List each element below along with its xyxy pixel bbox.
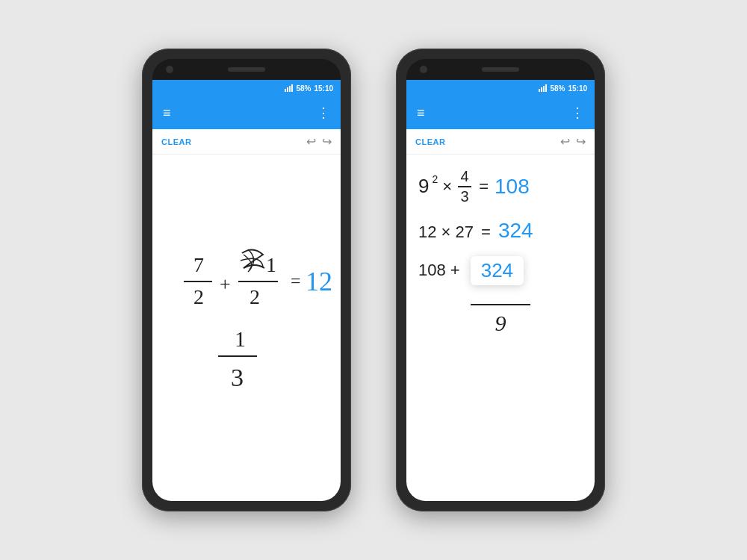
menu-icon-1[interactable]: ≡ (163, 105, 171, 121)
signal-icon-2 (539, 84, 547, 92)
action-bar-2: CLEAR ↩ ↪ (406, 129, 595, 155)
phone-1-screen: 58% 15:10 ≡ ⋮ CLEAR ↩ ↪ 7 2 + (152, 59, 341, 501)
phone-2: 58% 15:10 ≡ ⋮ CLEAR ↩ ↪ 9 2 × (396, 49, 605, 511)
speaker-icon-2 (482, 67, 519, 72)
bottom-fraction: 9 (418, 302, 583, 336)
svg-text:12: 12 (306, 267, 332, 296)
equals-2: = (481, 223, 491, 242)
canvas-area-1[interactable]: 7 2 + 1 2 = 12 1 (152, 155, 341, 501)
front-camera-icon (166, 66, 173, 73)
undo-redo-group-1: ↩ ↪ (306, 134, 332, 149)
phone-1-top-bar (152, 59, 341, 80)
share-icon-1[interactable]: ⋮ (317, 105, 330, 121)
undo-icon-2[interactable]: ↩ (560, 134, 570, 149)
fraction-4-3: 4 3 (458, 168, 471, 205)
svg-text:7: 7 (193, 253, 204, 276)
base-9: 9 (418, 175, 429, 198)
svg-text:1: 1 (266, 253, 276, 276)
math-line-3: 108 + 324 (418, 256, 583, 285)
undo-redo-group-2: ↩ ↪ (560, 134, 586, 149)
undo-icon-1[interactable]: ↩ (306, 134, 316, 149)
canvas-area-2[interactable]: 9 2 × 4 3 = 108 12 × 27 = 324 (406, 155, 595, 501)
time-text-2: 15:10 (568, 84, 587, 93)
share-icon-2[interactable]: ⋮ (571, 105, 584, 121)
svg-text:1: 1 (235, 326, 246, 351)
svg-text:2: 2 (249, 285, 260, 308)
frac-num: 4 (461, 168, 469, 185)
svg-text:2: 2 (193, 285, 204, 308)
phone-2-screen: 58% 15:10 ≡ ⋮ CLEAR ↩ ↪ 9 2 × (406, 59, 595, 501)
svg-text:=: = (291, 271, 301, 290)
phone-1: 58% 15:10 ≡ ⋮ CLEAR ↩ ↪ 7 2 + (142, 49, 351, 511)
redo-icon-2[interactable]: ↪ (576, 134, 586, 149)
action-bar-1: CLEAR ↩ ↪ (152, 129, 341, 155)
toolbar-1: ≡ ⋮ (152, 96, 341, 129)
math-line-2: 12 × 27 = 324 (418, 219, 583, 243)
expr-108plus: 108 + (418, 261, 460, 280)
clear-button-2[interactable]: CLEAR (415, 137, 445, 146)
battery-text-2: 58% (550, 84, 565, 93)
expr-12x27: 12 × 27 (418, 223, 474, 242)
time-text-1: 15:10 (314, 84, 333, 93)
toolbar-2: ≡ ⋮ (406, 96, 595, 129)
speaker-icon (228, 67, 265, 72)
clear-button-1[interactable]: CLEAR (161, 137, 191, 146)
result-324: 324 (498, 219, 533, 243)
bottom-9: 9 (495, 311, 506, 336)
menu-icon-2[interactable]: ≡ (417, 105, 425, 121)
times-1: × (442, 177, 452, 196)
frac-den: 3 (461, 188, 469, 205)
highlighted-324: 324 (471, 256, 524, 285)
result-108: 108 (495, 175, 530, 199)
signal-icon (285, 84, 293, 92)
math-line-1: 9 2 × 4 3 = 108 (418, 168, 583, 205)
redo-icon-1[interactable]: ↪ (322, 134, 332, 149)
svg-text:+: + (220, 273, 231, 295)
exp-2: 2 (432, 173, 438, 185)
equals-1: = (479, 177, 489, 196)
status-bar-2: 58% 15:10 (406, 80, 595, 96)
svg-text:3: 3 (231, 364, 244, 391)
front-camera-icon-2 (420, 66, 427, 73)
status-bar-1: 58% 15:10 (152, 80, 341, 96)
math-display-2: 9 2 × 4 3 = 108 12 × 27 = 324 (406, 155, 595, 349)
phone-2-top-bar (406, 59, 595, 80)
battery-text-1: 58% (296, 84, 311, 93)
handwriting-svg-1: 7 2 + 1 2 = 12 1 (152, 155, 341, 501)
fraction-line-bottom (471, 304, 530, 305)
